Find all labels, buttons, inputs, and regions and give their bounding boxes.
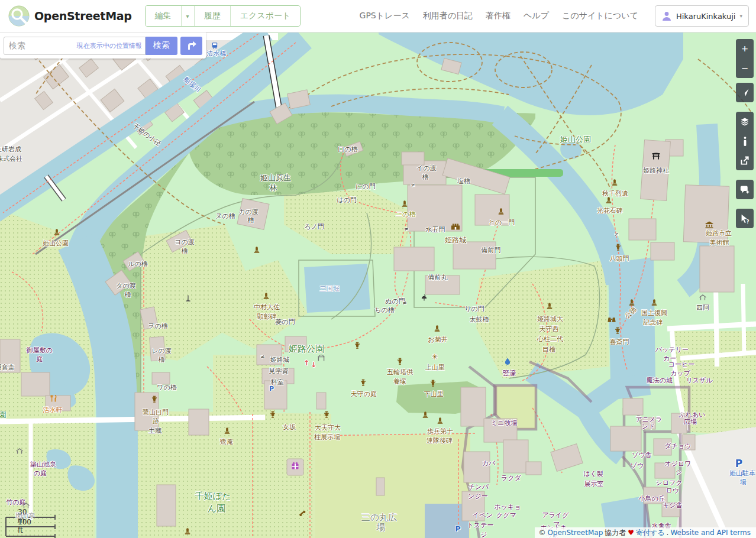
map-canvas[interactable] xyxy=(0,0,756,538)
history-button[interactable]: 履歴 xyxy=(194,6,230,26)
locate-arrow-icon xyxy=(741,88,749,97)
map-info-button[interactable] xyxy=(736,131,754,151)
directions-icon xyxy=(186,40,198,51)
nav-gps-traces[interactable]: GPSトレース xyxy=(360,11,410,21)
where-am-i-link[interactable]: 現在表示中の位置情報 xyxy=(77,41,142,50)
user-caret-icon: ▾ xyxy=(739,13,742,19)
username: HikaruKinkakuji xyxy=(676,12,735,21)
attribution-bar: © OpenStreetMap 協力者 ♥ 寄付する . Website and… xyxy=(535,527,756,538)
nav-help[interactable]: ヘルプ xyxy=(524,11,549,21)
osm-attribution-link[interactable]: OpenStreetMap xyxy=(547,529,603,537)
zoom-in-button[interactable]: + xyxy=(736,39,754,59)
query-cursor-icon: ? xyxy=(739,213,750,224)
osm-logo-icon xyxy=(8,5,30,27)
scale-imperial: 100 ft xyxy=(18,518,31,534)
heart-icon: ♥ xyxy=(628,529,634,537)
layers-button[interactable] xyxy=(736,112,754,131)
user-menu-button[interactable]: HikaruKinkakuji ▾ xyxy=(655,5,749,27)
edit-button[interactable]: 編集 xyxy=(146,6,181,26)
terms-link[interactable]: Website and API terms xyxy=(670,529,751,537)
query-features-button[interactable]: ? xyxy=(736,209,754,228)
svg-text:?: ? xyxy=(747,219,749,224)
zoom-out-button[interactable]: − xyxy=(736,59,754,78)
share-icon xyxy=(740,156,749,166)
export-button[interactable]: エクスポート xyxy=(230,6,301,26)
header: OpenStreetMap 編集 ▾ 履歴 エクスポート GPSトレース 利用者… xyxy=(0,0,756,33)
note-icon xyxy=(740,184,750,195)
search-panel: 現在表示中の位置情報 検索 xyxy=(0,33,206,59)
search-button[interactable]: 検索 xyxy=(146,37,177,55)
openstreetmap-app: 清水橋船場川千姫の小径生研岩成株式会社姫山原生林口の櫓イの渡櫓塩櫓にの門はの門二… xyxy=(0,0,756,538)
layers-icon xyxy=(740,117,749,127)
add-note-button[interactable] xyxy=(736,180,754,199)
share-button[interactable] xyxy=(736,151,754,170)
header-button-group: 編集 ▾ 履歴 エクスポート xyxy=(145,5,301,27)
avatar-icon xyxy=(661,11,672,21)
site-title: OpenStreetMap xyxy=(34,9,132,22)
map-controls: + − xyxy=(736,39,754,228)
nav-copyright[interactable]: 著作権 xyxy=(486,11,511,21)
nav-user-diaries[interactable]: 利用者の日記 xyxy=(423,11,473,21)
nav-about[interactable]: このサイトについて xyxy=(562,11,638,21)
contributors-text: 協力者 xyxy=(605,528,626,538)
donate-link[interactable]: 寄付する xyxy=(636,528,665,538)
dot-separator: . xyxy=(667,529,669,537)
directions-button[interactable] xyxy=(180,37,202,55)
edit-dropdown-button[interactable]: ▾ xyxy=(181,6,194,26)
locate-button[interactable] xyxy=(736,83,754,102)
info-icon xyxy=(743,137,747,146)
header-nav: GPSトレース 利用者の日記 著作権 ヘルプ このサイトについて HikaruK… xyxy=(360,5,756,27)
copyright-symbol: © xyxy=(538,529,545,537)
